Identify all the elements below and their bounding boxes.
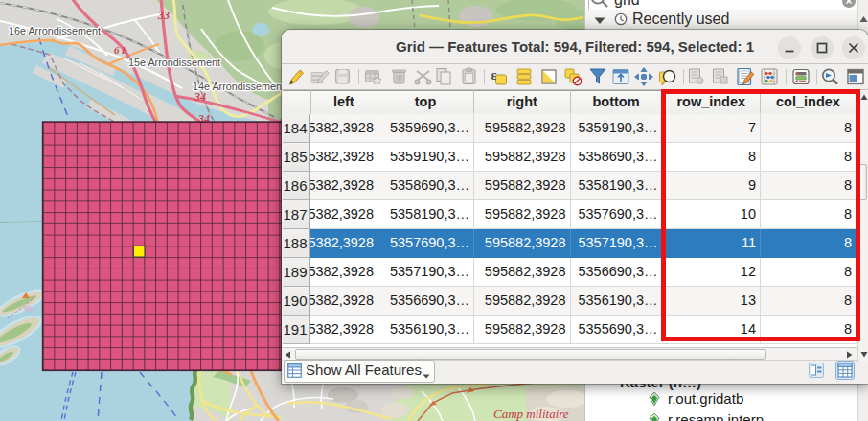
svg-text:14e Arrondissement: 14e Arrondissement: [193, 81, 285, 92]
svg-text:16e Arrondissement: 16e Arrondissement: [9, 25, 101, 36]
svg-text:6 b: 6 b: [114, 44, 127, 56]
svg-text:33: 33: [157, 9, 170, 22]
svg-text:15e Arrondissement: 15e Arrondissement: [128, 57, 220, 68]
svg-text:Camp militaire: Camp militaire: [493, 407, 569, 421]
svg-text:34: 34: [194, 90, 206, 104]
svg-text:ε: ε: [491, 68, 497, 82]
